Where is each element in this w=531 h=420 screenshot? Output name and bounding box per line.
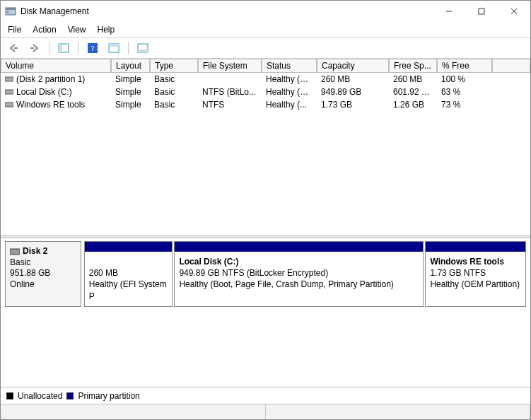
partition-status: Healthy (EFI System P [89,279,168,301]
disk-icon [10,248,20,255]
partition-stripe [426,242,525,252]
cell-capacity: 1.73 GB [317,100,389,110]
volume-row[interactable]: Windows RE tools Simple Basic NTFS Healt… [1,98,530,111]
cell-free: 260 MB [389,74,437,84]
partition-status: Healthy (Boot, Page File, Crash Dump, Pr… [179,279,419,290]
disk-size: 951.88 GB [10,268,76,279]
title-bar: Disk Management [1,1,530,22]
volume-icon [5,88,13,95]
col-status[interactable]: Status [262,59,317,73]
svg-rect-8 [30,47,34,49]
volume-rows-area: (Disk 2 partition 1) Simple Basic Health… [1,73,530,235]
svg-rect-4 [479,8,484,14]
cell-pct: 73 % [437,100,492,110]
menu-file[interactable]: File [8,25,21,35]
partition-title: Windows RE tools [430,256,521,267]
cell-capacity: 260 MB [317,74,389,84]
cell-fs: NTFS (BitLo... [198,87,262,97]
menu-bar: File Action View Help [1,22,530,38]
col-layout[interactable]: Layout [111,59,150,73]
legend-primary: Primary partition [78,391,139,401]
partition-stripe [85,242,173,252]
maximize-button[interactable] [465,1,498,22]
col-volume[interactable]: Volume [1,59,111,73]
partition-block[interactable]: Local Disk (C:) 949.89 GB NTFS (BitLocke… [174,241,424,307]
volume-row[interactable]: (Disk 2 partition 1) Simple Basic Health… [1,73,530,86]
svg-rect-20 [10,249,20,255]
show-hide-tree-button[interactable] [55,40,72,56]
app-icon [5,6,16,17]
volume-name: Windows RE tools [16,100,85,110]
toolbar: ? [1,38,530,59]
menu-view[interactable]: View [68,25,86,35]
cell-free: 601.92 GB [389,87,437,97]
svg-rect-7 [14,47,18,49]
disk-header[interactable]: Disk 2 Basic 951.88 GB Online [5,241,81,307]
partition-size: 260 MB [89,267,168,279]
svg-rect-1 [6,8,16,10]
svg-rect-19 [5,103,13,107]
cell-free: 1.26 GB [389,100,437,110]
volume-icon [5,76,13,83]
column-headers: Volume Layout Type File System Status Ca… [1,59,530,73]
partition-size: 949.89 GB NTFS (BitLocker Encrypted) [179,267,419,279]
close-button[interactable] [498,1,530,22]
cell-status: Healthy (B... [262,87,317,97]
view-top-button[interactable] [105,40,122,56]
cell-capacity: 949.89 GB [317,87,389,97]
cell-pct: 63 % [437,87,492,97]
svg-rect-10 [59,44,62,52]
partition-block[interactable]: 260 MB Healthy (EFI System P [84,241,173,307]
cell-type: Basic [150,87,198,97]
cell-status: Healthy (E... [262,74,317,84]
legend: Unallocated Primary partition [1,387,530,404]
cell-fs: NTFS [198,100,262,110]
status-bar [1,404,530,419]
legend-unallocated: Unallocated [18,391,62,401]
window-title: Disk Management [21,6,433,16]
volume-icon [5,101,13,108]
help-button[interactable]: ? [84,40,101,56]
partition-block[interactable]: Windows RE tools 1.73 GB NTFS Healthy (O… [425,241,526,307]
partition-size: 1.73 GB NTFS [430,267,521,279]
volume-name: (Disk 2 partition 1) [16,74,85,84]
cell-type: Basic [150,100,198,110]
col-free-space[interactable]: Free Sp... [389,59,437,73]
disk-name: Disk 2 [23,246,47,257]
swatch-unallocated [6,392,13,399]
svg-rect-16 [138,49,148,52]
volume-list: Volume Layout Type File System Status Ca… [1,59,530,235]
cell-status: Healthy (... [262,100,317,110]
cell-pct: 100 % [437,74,492,84]
disk-type: Basic [10,257,76,269]
empty-disk-area [1,310,530,387]
svg-point-2 [7,11,8,13]
disk-graphical-view: Disk 2 Basic 951.88 GB Online 260 MB Hea… [1,238,530,310]
volume-row[interactable]: Local Disk (C:) Simple Basic NTFS (BitLo… [1,86,530,98]
svg-rect-18 [5,90,13,94]
forward-button[interactable] [26,40,43,56]
col-capacity[interactable]: Capacity [317,59,389,73]
view-bottom-button[interactable] [134,40,151,56]
cell-layout: Simple [111,87,150,97]
cell-layout: Simple [111,74,150,84]
svg-text:?: ? [91,44,95,52]
svg-rect-14 [109,44,119,47]
col-filler [492,59,530,73]
svg-rect-17 [5,77,13,81]
partition-stripe [175,242,423,252]
volume-name: Local Disk (C:) [16,87,72,97]
menu-help[interactable]: Help [98,25,115,35]
cell-type: Basic [150,74,198,84]
col-pct-free[interactable]: % Free [437,59,492,73]
swatch-primary [66,392,74,399]
partition-title: Local Disk (C:) [179,256,419,267]
cell-layout: Simple [111,100,150,110]
col-filesystem[interactable]: File System [198,59,262,73]
partition-status: Healthy (OEM Partition) [430,279,521,290]
disk-state: Online [10,279,76,291]
back-button[interactable] [5,40,22,56]
minimize-button[interactable] [433,1,465,22]
menu-action[interactable]: Action [33,25,56,35]
col-type[interactable]: Type [150,59,198,73]
